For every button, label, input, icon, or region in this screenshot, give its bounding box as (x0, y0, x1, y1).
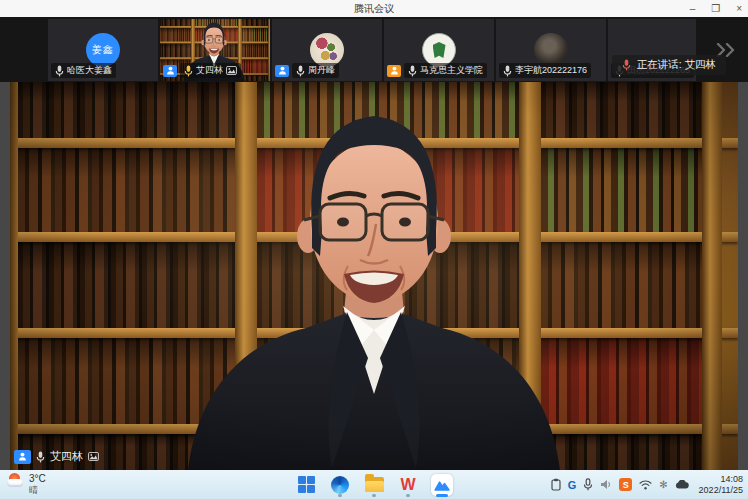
browser-button[interactable] (329, 473, 351, 497)
file-explorer-button[interactable] (363, 473, 385, 497)
microphone-icon (296, 65, 305, 77)
weather-condition: 晴 (29, 485, 46, 495)
clock-date: 2022/11/25 (699, 485, 743, 496)
member-badge-icon (163, 65, 177, 77)
input-g-icon[interactable]: G (568, 479, 577, 491)
wps-office-button[interactable]: W (397, 473, 419, 497)
titlebar: 腾讯会议 – ❐ × (0, 0, 748, 17)
microphone-icon (36, 451, 45, 463)
minimize-button[interactable]: – (690, 0, 696, 17)
weather-widget[interactable]: 3°C 晴 (7, 473, 46, 495)
main-video-stage: 艾四林 (0, 82, 748, 470)
window-title: 腾讯会议 (354, 2, 394, 16)
speaking-toast: 正在讲话: 艾四林 (612, 55, 726, 75)
close-button[interactable]: × (736, 0, 742, 17)
participant-strip: 姜鑫 哈医大姜鑫 (0, 17, 748, 82)
clock-time: 14:08 (720, 474, 743, 485)
taskbar-app-icons: W (295, 470, 453, 499)
bookcase-pillar (702, 82, 722, 470)
video-scene (10, 82, 738, 470)
tencent-meeting-button[interactable] (431, 473, 453, 497)
host-badge-icon (387, 65, 401, 77)
main-speaker-label: 艾四林 (14, 449, 99, 464)
weather-temperature: 3°C (29, 473, 46, 485)
microphone-icon (622, 59, 631, 71)
participant-name-pill: 马克思主义学院 (404, 63, 487, 78)
sun-cloud-icon (7, 473, 25, 489)
participant-thumbnail[interactable]: 李宇航202222176 (496, 19, 606, 81)
participant-name-pill: 周丹峰 (292, 63, 339, 78)
participant-name: 周丹峰 (308, 64, 335, 77)
participant-thumbnail[interactable]: 姜鑫 哈医大姜鑫 (48, 19, 158, 81)
participant-thumbnail[interactable]: 周丹峰 (272, 19, 382, 81)
taskbar-clock[interactable]: 14:08 2022/11/25 (699, 474, 743, 496)
member-badge-icon (275, 65, 289, 77)
participant-name: 哈医大姜鑫 (67, 64, 112, 77)
settings-icon[interactable]: ✻ (659, 479, 667, 490)
main-speaker-video (10, 82, 738, 470)
folder-icon (365, 477, 384, 492)
system-tray: G S ✻ 14:08 2022/11/25 (551, 470, 743, 499)
bookcase-frame (10, 82, 18, 470)
participant-name-pill: 艾四林 (180, 63, 241, 78)
avatar (422, 33, 456, 67)
participant-name: 艾四林 (196, 64, 223, 77)
wifi-icon[interactable] (639, 480, 652, 490)
microphone-tray-icon[interactable] (583, 478, 593, 491)
start-button[interactable] (295, 473, 317, 497)
avatar (310, 33, 344, 67)
cloud-icon[interactable] (675, 480, 689, 489)
clipboard-icon[interactable] (551, 478, 561, 491)
microphone-icon (503, 65, 512, 77)
avatar (534, 33, 568, 67)
participant-name: 李宇航202222176 (515, 64, 587, 77)
start-icon (298, 476, 315, 493)
participant-thumbnail[interactable]: 马克思主义学院 (384, 19, 494, 81)
participant-name-pill: 李宇航202222176 (499, 63, 591, 78)
sogou-input-icon[interactable]: S (619, 478, 632, 491)
participant-thumbnail[interactable]: 艾四林 (160, 19, 270, 81)
virtual-background-icon (226, 66, 237, 75)
participant-name-pill: 哈医大姜鑫 (51, 63, 116, 78)
participant-name: 马克思主义学院 (420, 64, 483, 77)
bookcase-pillar (268, 19, 270, 81)
avatar: 姜鑫 (86, 33, 120, 67)
browser-icon (331, 476, 349, 494)
member-badge-icon (14, 450, 31, 464)
tencent-meeting-window: 腾讯会议 – ❐ × 姜鑫 哈医大姜鑫 (0, 0, 748, 499)
wps-icon: W (400, 477, 415, 493)
window-controls: – ❐ × (690, 0, 742, 17)
virtual-background-icon (88, 452, 99, 461)
speaker-portrait (154, 90, 594, 470)
tencent-meeting-icon (431, 474, 453, 496)
microphone-icon (55, 65, 64, 77)
speaker-icon[interactable] (600, 479, 612, 490)
main-speaker-name: 艾四林 (50, 449, 83, 464)
microphone-icon (184, 65, 193, 77)
maximize-button[interactable]: ❐ (711, 0, 720, 17)
windows-taskbar: 3°C 晴 W (0, 470, 748, 499)
speaking-toast-text: 正在讲话: 艾四林 (637, 58, 716, 72)
microphone-icon (408, 65, 417, 77)
